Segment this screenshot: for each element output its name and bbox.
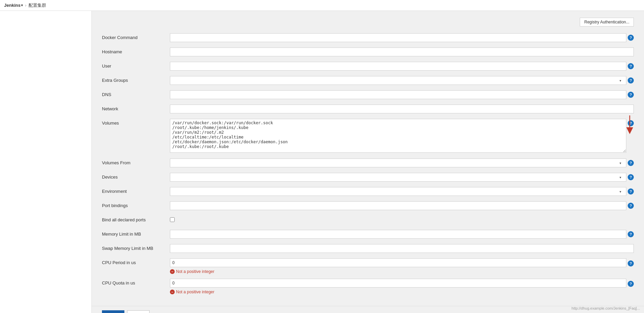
hostname-row: Hostname: [102, 48, 634, 57]
user-help-icon[interactable]: ?: [628, 63, 634, 69]
port-bindings-row: Port bindings ?: [102, 201, 634, 211]
user-row: User ?: [102, 62, 634, 71]
devices-dropdown-wrap: ▾: [170, 173, 626, 182]
apply-button[interactable]: Apply: [127, 310, 150, 313]
memory-limit-input[interactable]: [170, 230, 626, 239]
cpu-period-input[interactable]: 0: [170, 258, 626, 267]
bind-all-ports-label: Bind all declared ports: [102, 216, 170, 222]
extra-groups-input[interactable]: [170, 76, 615, 85]
environment-help-icon[interactable]: ?: [628, 188, 634, 195]
volumes-from-control: ▾ ?: [170, 159, 634, 167]
environment-label: Environment: [102, 187, 170, 194]
bottom-bar: Save Apply: [92, 306, 644, 313]
cpu-period-control: 0 ? – Not a positive integer: [170, 258, 634, 274]
docker-command-input[interactable]: [170, 33, 626, 42]
jenkins-label: Jenkins: [4, 3, 20, 8]
extra-groups-dropdown-btn[interactable]: ▾: [615, 76, 626, 85]
volumes-from-input[interactable]: [170, 159, 615, 167]
user-input[interactable]: [170, 62, 626, 71]
environment-row: Environment ▾ ?: [102, 187, 634, 197]
swap-memory-label: Swap Memory Limit in MB: [102, 244, 170, 251]
save-button[interactable]: Save: [102, 310, 124, 313]
cpu-period-row: CPU Period in us 0 ? – Not a positive in…: [102, 258, 634, 274]
cpu-quota-help-icon[interactable]: ?: [628, 281, 634, 287]
user-control: ?: [170, 62, 634, 71]
top-nav: Jenkins ▾ › 配置集群: [0, 0, 644, 11]
user-label: User: [102, 62, 170, 69]
jenkins-nav-link[interactable]: Jenkins ▾: [4, 3, 23, 8]
extra-groups-help-icon[interactable]: ?: [628, 77, 634, 84]
docker-command-control: ?: [170, 33, 634, 42]
cpu-quota-label: CPU Quota in us: [102, 279, 170, 286]
volumes-from-dropdown-btn[interactable]: ▾: [615, 159, 626, 167]
dropdown-icon[interactable]: ▾: [21, 3, 23, 7]
volumes-help-icon[interactable]: ?: [628, 120, 634, 126]
cpu-quota-error-text: Not a positive integer: [176, 290, 214, 294]
memory-limit-help-icon[interactable]: ?: [628, 231, 634, 237]
cpu-period-error-text: Not a positive integer: [176, 269, 214, 274]
volumes-from-row: Volumes From ▾ ?: [102, 159, 634, 168]
port-bindings-control: ?: [170, 201, 634, 210]
volumes-textarea-wrap: [170, 119, 626, 154]
dns-help-icon[interactable]: ?: [628, 92, 634, 98]
volumes-from-label: Volumes From: [102, 159, 170, 165]
environment-input[interactable]: [170, 187, 615, 196]
dns-label: DNS: [102, 90, 170, 97]
dns-control: ?: [170, 90, 634, 99]
cpu-period-label: CPU Period in us: [102, 258, 170, 265]
memory-limit-control: ?: [170, 230, 634, 239]
environment-dropdown-btn[interactable]: ▾: [615, 187, 626, 196]
hostname-control: [170, 48, 634, 56]
bind-all-ports-checkbox[interactable]: [170, 217, 175, 222]
docker-command-label: Docker Command: [102, 33, 170, 40]
cpu-quota-error: – Not a positive integer: [170, 290, 214, 294]
dns-row: DNS ?: [102, 90, 634, 100]
registry-auth-button[interactable]: Registry Authentication...: [580, 18, 634, 26]
devices-help-icon[interactable]: ?: [628, 174, 634, 180]
cpu-quota-error-icon: –: [170, 290, 175, 294]
swap-memory-control: [170, 244, 634, 253]
hostname-label: Hostname: [102, 48, 170, 54]
volumes-row: Volumes: [102, 119, 634, 154]
cpu-period-error: – Not a positive integer: [170, 269, 214, 274]
devices-label: Devices: [102, 173, 170, 180]
extra-groups-control: ▾ ?: [170, 76, 634, 85]
environment-dropdown-wrap: ▾: [170, 187, 626, 196]
bind-all-ports-row: Bind all declared ports: [102, 216, 634, 225]
network-row: Network: [102, 105, 634, 114]
port-bindings-label: Port bindings: [102, 201, 170, 208]
docker-command-row: Docker Command ?: [102, 33, 634, 43]
form-section: Docker Command ? Hostname User: [102, 33, 634, 294]
cpu-quota-row: CPU Quota in us 0 ? – Not a positive int…: [102, 279, 634, 294]
hostname-input[interactable]: [170, 48, 634, 56]
volumes-from-help-icon[interactable]: ?: [628, 160, 634, 166]
footer-link: http://dhug.example.com/Jenkins_[Faq]...: [572, 306, 640, 310]
swap-memory-row: Swap Memory Limit in MB: [102, 244, 634, 254]
cpu-period-error-icon: –: [170, 269, 175, 274]
docker-command-help-icon[interactable]: ?: [628, 35, 634, 41]
layout: Registry Authentication... Docker Comman…: [0, 11, 644, 313]
volumes-from-dropdown-wrap: ▾: [170, 159, 626, 167]
memory-limit-row: Memory Limit in MB ?: [102, 230, 634, 239]
volumes-control: ?: [170, 119, 634, 154]
devices-row: Devices ▾ ?: [102, 173, 634, 182]
volumes-textarea[interactable]: [170, 119, 626, 153]
dns-input[interactable]: [170, 90, 626, 99]
network-input[interactable]: [170, 105, 634, 113]
breadcrumb-separator: ›: [25, 3, 26, 8]
extra-groups-row: Extra Groups ▾ ?: [102, 76, 634, 86]
bind-all-ports-control: [170, 216, 634, 222]
extra-groups-dropdown-wrap: ▾: [170, 76, 626, 85]
environment-control: ▾ ?: [170, 187, 634, 196]
port-bindings-help-icon[interactable]: ?: [628, 203, 634, 209]
devices-dropdown-btn[interactable]: ▾: [615, 173, 626, 182]
port-bindings-input[interactable]: [170, 201, 626, 210]
devices-input[interactable]: [170, 173, 615, 182]
cpu-period-help-icon[interactable]: ?: [628, 260, 634, 266]
page-title: 配置集群: [29, 2, 46, 8]
extra-groups-label: Extra Groups: [102, 76, 170, 83]
cpu-quota-input[interactable]: 0: [170, 279, 626, 288]
memory-limit-label: Memory Limit in MB: [102, 230, 170, 237]
swap-memory-input[interactable]: [170, 244, 634, 253]
volumes-label: Volumes: [102, 119, 170, 126]
